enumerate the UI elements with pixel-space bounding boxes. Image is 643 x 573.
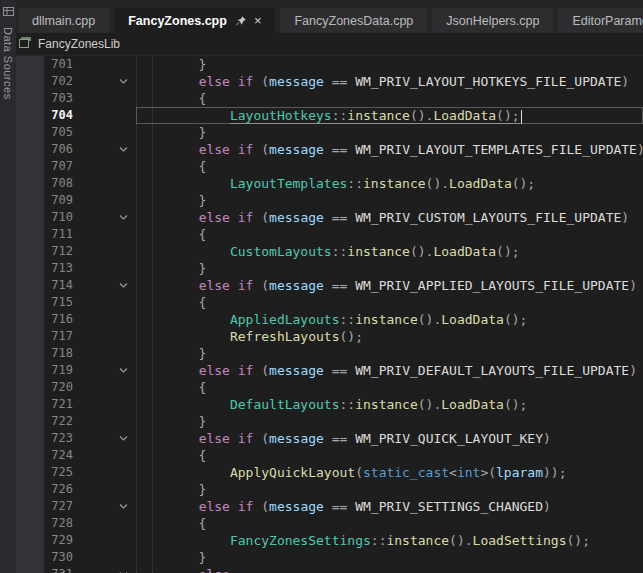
- breakpoint-margin[interactable]: [16, 481, 44, 498]
- breakpoint-margin[interactable]: [16, 260, 44, 277]
- line-number[interactable]: 704: [44, 107, 78, 124]
- breakpoint-margin[interactable]: [16, 413, 44, 430]
- code-text[interactable]: }: [136, 549, 643, 566]
- line-number[interactable]: 723: [44, 430, 78, 447]
- project-selector[interactable]: FancyZonesLib: [38, 37, 120, 51]
- breakpoint-margin[interactable]: [16, 158, 44, 175]
- line-number[interactable]: 711: [44, 226, 78, 243]
- line-number[interactable]: 713: [44, 260, 78, 277]
- breakpoint-margin[interactable]: [16, 209, 44, 226]
- line-number[interactable]: 731: [44, 566, 78, 573]
- fold-chevron-icon[interactable]: [78, 566, 136, 573]
- breakpoint-margin[interactable]: [16, 192, 44, 209]
- code-text[interactable]: else if (message == WM_PRIV_APPLIED_LAYO…: [136, 277, 643, 294]
- line-number[interactable]: 714: [44, 277, 78, 294]
- breakpoint-margin[interactable]: [16, 277, 44, 294]
- code-text[interactable]: {: [136, 158, 643, 175]
- fold-chevron-icon[interactable]: [78, 73, 136, 90]
- line-number[interactable]: 720: [44, 379, 78, 396]
- code-text[interactable]: {: [136, 90, 643, 107]
- breakpoint-margin[interactable]: [16, 447, 44, 464]
- code-text[interactable]: ApplyQuickLayout(static_cast<int>(lparam…: [136, 464, 643, 481]
- fold-chevron-icon[interactable]: [78, 141, 136, 158]
- code-text[interactable]: DefaultLayouts::instance().LoadData();: [136, 396, 643, 413]
- line-number[interactable]: 707: [44, 158, 78, 175]
- breakpoint-margin[interactable]: [16, 226, 44, 243]
- code-text[interactable]: RefreshLayouts();: [136, 328, 643, 345]
- line-number[interactable]: 726: [44, 481, 78, 498]
- pin-icon[interactable]: [235, 15, 247, 27]
- code-text[interactable]: else if (message == WM_PRIV_QUICK_LAYOUT…: [136, 430, 643, 447]
- line-number[interactable]: 702: [44, 73, 78, 90]
- breakpoint-margin[interactable]: [16, 124, 44, 141]
- code-text[interactable]: FancyZonesSettings::instance().LoadSetti…: [136, 532, 643, 549]
- line-number[interactable]: 730: [44, 549, 78, 566]
- line-number[interactable]: 725: [44, 464, 78, 481]
- breakpoint-margin[interactable]: [16, 141, 44, 158]
- code-text[interactable]: }: [136, 260, 643, 277]
- breakpoint-margin[interactable]: [16, 396, 44, 413]
- code-text[interactable]: }: [136, 481, 643, 498]
- breakpoint-margin[interactable]: [16, 90, 44, 107]
- code-text[interactable]: {: [136, 379, 643, 396]
- tab-editorparameters-cpp[interactable]: EditorParameters.cpp: [558, 8, 643, 33]
- code-text[interactable]: AppliedLayouts::instance().LoadData();: [136, 311, 643, 328]
- code-text[interactable]: }: [136, 413, 643, 430]
- fold-chevron-icon[interactable]: [78, 362, 136, 379]
- line-number[interactable]: 727: [44, 498, 78, 515]
- tab-fancyzones-cpp[interactable]: FancyZones.cpp×: [114, 8, 275, 33]
- tab-dllmain-cpp[interactable]: dllmain.cpp: [18, 8, 109, 33]
- line-number[interactable]: 706: [44, 141, 78, 158]
- fold-chevron-icon[interactable]: [78, 209, 136, 226]
- line-number[interactable]: 705: [44, 124, 78, 141]
- breakpoint-margin[interactable]: [16, 345, 44, 362]
- breakpoint-margin[interactable]: [16, 515, 44, 532]
- tab-jsonhelpers-cpp[interactable]: JsonHelpers.cpp: [432, 8, 553, 33]
- breakpoint-margin[interactable]: [16, 549, 44, 566]
- breakpoint-margin[interactable]: [16, 73, 44, 90]
- breakpoint-margin[interactable]: [16, 175, 44, 192]
- line-number[interactable]: 718: [44, 345, 78, 362]
- code-text[interactable]: {: [136, 226, 643, 243]
- code-text[interactable]: else if (message == WM_PRIV_CUSTOM_LAYOU…: [136, 209, 643, 226]
- line-number[interactable]: 709: [44, 192, 78, 209]
- close-icon[interactable]: ×: [254, 14, 262, 27]
- code-text[interactable]: {: [136, 294, 643, 311]
- line-number[interactable]: 724: [44, 447, 78, 464]
- code-text[interactable]: CustomLayouts::instance().LoadData();: [136, 243, 643, 260]
- code-text[interactable]: }: [136, 124, 643, 141]
- code-editor[interactable]: 701 }702 else if (message == WM_PRIV_LAY…: [16, 56, 643, 573]
- line-number[interactable]: 712: [44, 243, 78, 260]
- code-text[interactable]: {: [136, 515, 643, 532]
- code-text[interactable]: LayoutHotkeys::instance().LoadData();: [136, 107, 643, 124]
- breakpoint-margin[interactable]: [16, 532, 44, 549]
- fold-chevron-icon[interactable]: [78, 277, 136, 294]
- code-text[interactable]: else if (message == WM_PRIV_SETTINGS_CHA…: [136, 498, 643, 515]
- code-text[interactable]: }: [136, 345, 643, 362]
- breakpoint-margin[interactable]: [16, 498, 44, 515]
- line-number[interactable]: 719: [44, 362, 78, 379]
- tab-fancyzonesdata-cpp[interactable]: FancyZonesData.cpp: [280, 8, 427, 33]
- code-text[interactable]: }: [136, 192, 643, 209]
- line-number[interactable]: 710: [44, 209, 78, 226]
- line-number[interactable]: 701: [44, 56, 78, 73]
- breakpoint-margin[interactable]: [16, 107, 44, 124]
- breakpoint-margin[interactable]: [16, 362, 44, 379]
- line-number[interactable]: 703: [44, 90, 78, 107]
- data-sources-tool-tab[interactable]: Data Sources: [0, 0, 16, 573]
- line-number[interactable]: 708: [44, 175, 78, 192]
- line-number[interactable]: 721: [44, 396, 78, 413]
- fold-chevron-icon[interactable]: [78, 498, 136, 515]
- breakpoint-margin[interactable]: [16, 328, 44, 345]
- code-text[interactable]: {: [136, 447, 643, 464]
- code-text[interactable]: else if (message == WM_PRIV_LAYOUT_TEMPL…: [136, 141, 643, 158]
- line-number[interactable]: 722: [44, 413, 78, 430]
- line-number[interactable]: 728: [44, 515, 78, 532]
- breakpoint-margin[interactable]: [16, 566, 44, 573]
- line-number[interactable]: 716: [44, 311, 78, 328]
- line-number[interactable]: 717: [44, 328, 78, 345]
- code-text[interactable]: else if (message == WM_PRIV_DEFAULT_LAYO…: [136, 362, 643, 379]
- code-text[interactable]: else if (message == WM_PRIV_LAYOUT_HOTKE…: [136, 73, 643, 90]
- breakpoint-margin[interactable]: [16, 56, 44, 73]
- fold-chevron-icon[interactable]: [78, 430, 136, 447]
